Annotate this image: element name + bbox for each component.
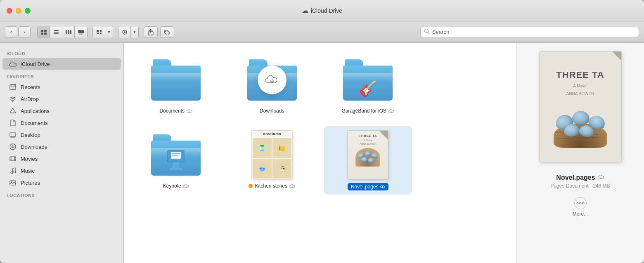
arrange-dropdown-button[interactable]: ▼ bbox=[105, 26, 113, 38]
svg-rect-0 bbox=[41, 30, 43, 32]
sidebar-item-desktop[interactable]: Desktop bbox=[2, 129, 121, 141]
view-list-button[interactable] bbox=[50, 26, 62, 38]
note-icon bbox=[9, 167, 17, 174]
svg-rect-15 bbox=[97, 33, 99, 34]
sidebar-item-movies-label: Movies bbox=[21, 156, 38, 162]
sidebar-item-music-label: Music bbox=[21, 168, 35, 174]
sidebar-item-pictures[interactable]: Pictures bbox=[2, 177, 121, 188]
search-box[interactable] bbox=[420, 27, 639, 37]
file-item-downloads[interactable]: Downloads bbox=[228, 51, 316, 118]
file-item-novel[interactable]: THREE TA A Novel ANNA BOWER bbox=[324, 126, 412, 195]
svg-rect-7 bbox=[66, 30, 67, 34]
bowl-icon: 🥣 bbox=[258, 165, 265, 172]
titlebar: ☁ iCloud Drive bbox=[0, 0, 644, 21]
sidebar-item-music[interactable]: Music bbox=[2, 165, 121, 176]
sidebar-item-icloud-drive[interactable]: iCloud Drive bbox=[2, 58, 121, 70]
preview-placeholder-2 bbox=[420, 126, 508, 195]
file-icon-area-gb: 🎸 bbox=[343, 55, 393, 105]
folder-body bbox=[151, 66, 201, 101]
svg-rect-53 bbox=[169, 168, 182, 170]
arrange-button[interactable] bbox=[93, 26, 105, 38]
action-button[interactable] bbox=[118, 26, 131, 38]
file-item-garageband[interactable]: 🎸 GarageBand for iOS bbox=[324, 51, 412, 118]
sidebar-item-documents-label: Documents bbox=[21, 120, 48, 126]
preview-placeholder bbox=[420, 51, 508, 118]
search-input[interactable] bbox=[432, 29, 635, 35]
novel-author-sm: ANNA BOWER bbox=[360, 143, 376, 145]
svg-rect-4 bbox=[54, 30, 59, 31]
tag-button[interactable] bbox=[160, 26, 174, 38]
svg-rect-2 bbox=[41, 33, 43, 35]
back-button[interactable]: ‹ bbox=[5, 26, 17, 38]
forward-button[interactable]: › bbox=[18, 26, 31, 38]
view-columns-button[interactable] bbox=[62, 26, 75, 38]
svg-rect-10 bbox=[78, 30, 84, 33]
svg-line-22 bbox=[428, 33, 430, 34]
view-grid-button[interactable] bbox=[38, 26, 50, 38]
sidebar-item-recents-label: Recents bbox=[21, 84, 40, 90]
svg-rect-52 bbox=[173, 162, 179, 168]
clock-icon bbox=[9, 83, 17, 91]
egg-sm-2 bbox=[365, 151, 372, 156]
more-icon bbox=[574, 197, 587, 209]
action-group: ▼ bbox=[118, 26, 139, 38]
sidebar-item-documents[interactable]: Documents bbox=[2, 117, 121, 129]
novel-title-sm: THREE TA bbox=[359, 134, 377, 138]
svg-rect-50 bbox=[172, 153, 180, 154]
svg-rect-51 bbox=[172, 155, 178, 156]
svg-rect-11 bbox=[79, 33, 80, 34]
share-button[interactable] bbox=[144, 26, 158, 38]
svg-rect-8 bbox=[68, 30, 69, 34]
kitchen-doc-icon: In the Market 🫙 🍋 🥣 🍜 bbox=[251, 130, 293, 180]
sidebar-item-recents[interactable]: Recents bbox=[2, 81, 121, 93]
sidebar-item-pictures-label: Pictures bbox=[21, 180, 40, 186]
file-icon-area-kitchen: In the Market 🫙 🍋 🥣 🍜 bbox=[247, 130, 297, 180]
preview-more-button[interactable]: More... bbox=[573, 197, 588, 217]
svg-rect-5 bbox=[54, 32, 59, 33]
novel-curl bbox=[379, 131, 388, 140]
more-label: More... bbox=[573, 211, 588, 217]
cloud-icon-kitchen bbox=[289, 184, 295, 188]
sidebar-item-downloads-label: Downloads bbox=[21, 144, 47, 150]
svg-point-27 bbox=[12, 101, 13, 102]
sidebar-item-movies[interactable]: Movies bbox=[2, 153, 121, 164]
cloud-badge-icon bbox=[380, 184, 385, 190]
kitchen-header: In the Market bbox=[252, 131, 292, 137]
svg-rect-6 bbox=[54, 33, 59, 34]
svg-point-20 bbox=[165, 31, 166, 32]
eggs-sm bbox=[355, 148, 380, 167]
window-controls bbox=[7, 8, 31, 14]
cloud-icon-gb bbox=[388, 109, 394, 113]
svg-rect-28 bbox=[10, 133, 16, 136]
file-icon-area-keynote bbox=[151, 130, 201, 180]
minimize-button[interactable] bbox=[16, 8, 21, 14]
sidebar-item-airdrop[interactable]: AirDrop bbox=[2, 93, 121, 105]
cloud-icon bbox=[9, 60, 17, 68]
arrange-group: ▼ bbox=[92, 26, 113, 38]
cloud-icon: ☁ bbox=[302, 7, 308, 14]
sidebar-item-applications[interactable]: Applications bbox=[2, 105, 121, 117]
sidebar-item-desktop-label: Desktop bbox=[21, 132, 40, 138]
folder-icon-gb: 🎸 bbox=[343, 59, 393, 101]
sidebar: iCloud iCloud Drive Favorites bbox=[0, 43, 124, 263]
file-item-keynote[interactable]: Keynote bbox=[132, 126, 220, 195]
file-item-kitchen[interactable]: In the Market 🫙 🍋 🥣 🍜 Kitchen stories bbox=[228, 126, 316, 195]
finder-window: ☁ iCloud Drive ‹ › bbox=[0, 0, 644, 263]
egg-sm-5 bbox=[368, 158, 374, 163]
action-dropdown-button[interactable]: ▼ bbox=[131, 26, 138, 38]
body: iCloud iCloud Drive Favorites bbox=[0, 43, 644, 263]
maximize-button[interactable] bbox=[25, 8, 31, 14]
close-button[interactable] bbox=[7, 8, 12, 14]
novel-subtitle-sm: A Novel bbox=[364, 139, 372, 141]
sidebar-item-downloads[interactable]: Downloads bbox=[2, 141, 121, 153]
sidebar-item-applications-label: Applications bbox=[21, 108, 50, 114]
file-icon-area-downloads bbox=[247, 55, 297, 105]
view-gallery-button[interactable] bbox=[75, 26, 87, 38]
amp-icon: 🎸 bbox=[359, 80, 377, 97]
file-name-downloads: Downloads bbox=[260, 108, 284, 114]
preview-meta: Pages Document - 246 MB bbox=[550, 183, 610, 189]
svg-rect-23 bbox=[10, 85, 16, 89]
download-overlay bbox=[258, 66, 286, 94]
file-item-documents[interactable]: Documents bbox=[132, 51, 220, 118]
svg-rect-3 bbox=[44, 33, 47, 35]
